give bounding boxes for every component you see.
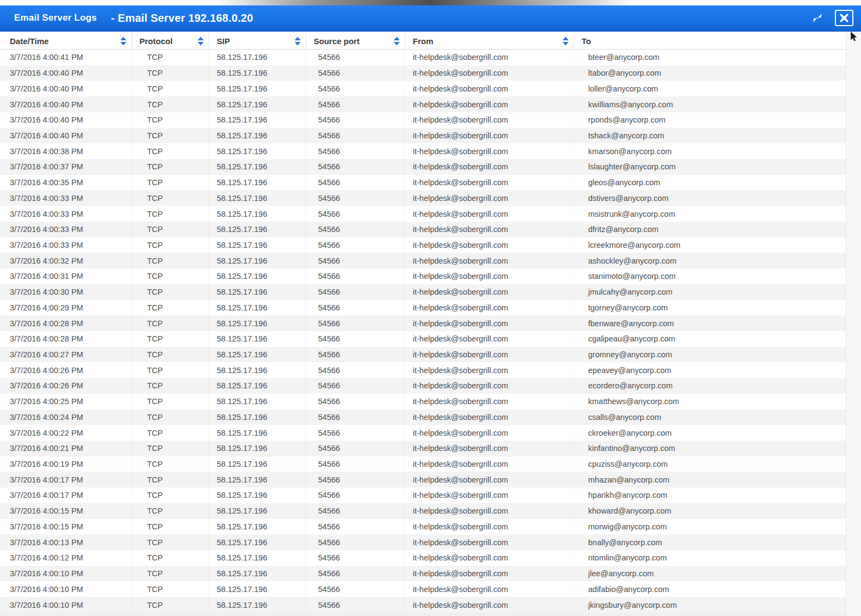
cell-protocol: TCP [132,441,209,456]
cell-to: hparikh@anycorp.com [574,487,841,503]
cell-to: kinfantino@anycorp.com [574,441,841,456]
sort-icon[interactable] [197,36,204,46]
cell-from: it-helpdesk@sobergrill.com [405,425,574,441]
table-row[interactable]: 3/7/2016 4:00:40 PMTCP58.125.17.19654566… [0,81,846,96]
cell-datetime: 3/7/2016 4:00:40 PM [0,112,132,128]
cell-from: it-helpdesk@sobergrill.com [405,410,574,425]
cell-protocol: TCP [132,519,209,535]
cell-from: it-helpdesk@sobergrill.com [405,315,574,331]
cell-to: bteer@anycorp.com [574,50,841,65]
cell-protocol: TCP [132,50,209,65]
table-row[interactable]: 3/7/2016 4:00:33 PMTCP58.125.17.19654566… [0,222,846,237]
cell-protocol: TCP [132,362,209,378]
cell-source_port: 54566 [306,128,405,144]
vertical-scrollbar[interactable] [846,33,861,616]
table-row[interactable]: 3/7/2016 4:00:12 PMTCP58.125.17.19654566… [0,550,846,566]
table-row[interactable]: 3/7/2016 4:00:24 PMTCP58.125.17.19654566… [0,410,846,425]
table-row[interactable]: 3/7/2016 4:00:15 PMTCP58.125.17.19654566… [0,503,846,519]
cell-to: ecordero@anycorp.com [574,378,841,394]
cell-from: it-helpdesk@sobergrill.com [405,347,574,363]
table-row[interactable]: 3/7/2016 4:00:19 PMTCP58.125.17.19654566… [0,456,846,472]
cell-source_port: 54566 [306,269,405,284]
cell-sip: 58.125.17.196 [209,222,306,237]
table-row[interactable]: 3/7/2016 4:00:22 PMTCP58.125.17.19654566… [0,425,846,441]
sort-icon[interactable] [393,36,400,46]
cell-protocol: TCP [132,96,209,112]
cell-from: it-helpdesk@sobergrill.com [405,487,574,503]
cell-protocol: TCP [132,597,209,613]
cell-protocol: TCP [132,503,209,519]
table-row[interactable]: 3/7/2016 4:00:10 PMTCP58.125.17.19654566… [0,566,846,582]
cell-datetime: 3/7/2016 4:00:38 PM [0,143,132,159]
table-row[interactable]: 3/7/2016 4:00:33 PMTCP58.125.17.19654566… [0,190,846,206]
column-header-source-port[interactable]: Source port [306,33,405,49]
cell-sip: 58.125.17.196 [209,81,306,96]
cell-datetime: 3/7/2016 4:00:40 PM [0,96,132,112]
cell-to: ltabor@anycorp.com [574,65,841,81]
table-row[interactable]: 3/7/2016 4:00:32 PMTCP58.125.17.19654566… [0,253,846,269]
sort-icon[interactable] [562,36,569,46]
column-header-protocol[interactable]: Protocol [132,33,209,49]
table-row[interactable]: 3/7/2016 4:00:17 PMTCP58.125.17.19654566… [0,487,846,503]
column-header-sip[interactable]: SIP [209,33,306,49]
cell-sip: 58.125.17.196 [209,503,306,519]
table-row[interactable]: 3/7/2016 4:00:40 PMTCP58.125.17.19654566… [0,65,846,81]
cell-source_port: 54566 [306,597,405,613]
sort-icon[interactable] [120,36,127,46]
table-row[interactable]: 3/7/2016 4:00:33 PMTCP58.125.17.19654566… [0,206,846,222]
table-row[interactable]: 3/7/2016 4:00:17 PMTCP58.125.17.19654566… [0,472,846,487]
table-row[interactable]: 3/7/2016 4:00:10 PMTCP58.125.17.19654566… [0,581,846,597]
sort-icon[interactable] [294,36,301,46]
table-row[interactable]: 3/7/2016 4:00:40 PMTCP58.125.17.19654566… [0,96,846,112]
column-header-datetime[interactable]: Date/Time [0,33,132,49]
table-row[interactable]: 3/7/2016 4:00:26 PMTCP58.125.17.19654566… [0,362,846,378]
cell-from: it-helpdesk@sobergrill.com [405,597,574,613]
table-row[interactable]: 3/7/2016 4:00:27 PMTCP58.125.17.19654566… [0,347,846,363]
cell-source_port: 54566 [306,550,405,566]
table-row[interactable]: 3/7/2016 4:00:40 PMTCP58.125.17.19654566… [0,112,846,128]
cell-datetime: 3/7/2016 4:00:40 PM [0,65,132,81]
table-row[interactable]: 3/7/2016 4:00:41 PMTCP58.125.17.19654566… [0,50,846,65]
table-row[interactable]: 3/7/2016 4:00:28 PMTCP58.125.17.19654566… [0,331,846,347]
cell-sip: 58.125.17.196 [209,50,306,65]
cell-protocol: TCP [132,315,209,331]
collapse-resize-icon[interactable] [812,13,823,23]
column-header-from[interactable]: From [405,33,574,49]
table-row[interactable]: 3/7/2016 4:00:38 PMTCP58.125.17.19654566… [0,143,846,159]
cell-protocol: TCP [132,456,209,472]
cell-to: mhazan@anycorp.com [574,472,841,487]
table-row[interactable]: 3/7/2016 4:00:28 PMTCP58.125.17.19654566… [0,315,846,331]
table-row[interactable]: 3/7/2016 4:00:26 PMTCP58.125.17.19654566… [0,378,846,394]
cell-protocol: TCP [132,269,209,284]
table-row[interactable]: 3/7/2016 4:00:15 PMTCP58.125.17.19654566… [0,519,846,535]
table-row[interactable]: 3/7/2016 4:00:13 PMTCP58.125.17.19654566… [0,534,846,550]
table-row[interactable]: 3/7/2016 4:00:25 PMTCP58.125.17.19654566… [0,394,846,410]
table-row[interactable]: 3/7/2016 4:00:10 PMTCP58.125.17.19654566… [0,597,846,613]
cell-from: it-helpdesk@sobergrill.com [405,206,574,222]
table-row[interactable]: 3/7/2016 4:00:40 PMTCP58.125.17.19654566… [0,128,846,144]
table-row[interactable]: 3/7/2016 4:00:35 PMTCP58.125.17.19654566… [0,175,846,191]
column-header-to[interactable]: To [574,33,841,49]
cell-protocol: TCP [132,81,209,96]
cell-to: dfritz@anycorp.com [574,222,841,237]
table-row[interactable]: 3/7/2016 4:00:21 PMTCP58.125.17.19654566… [0,441,846,456]
cell-protocol: TCP [132,394,209,410]
cell-source_port: 54566 [306,456,405,472]
cell-protocol: TCP [132,331,209,347]
cell-datetime: 3/7/2016 4:00:32 PM [0,253,132,269]
cell-from: it-helpdesk@sobergrill.com [405,222,574,237]
cell-sip: 58.125.17.196 [209,347,306,363]
cell-sip: 58.125.17.196 [209,96,306,112]
table-row[interactable]: 3/7/2016 4:00:29 PMTCP58.125.17.19654566… [0,300,846,316]
cell-from: it-helpdesk@sobergrill.com [405,128,574,144]
table-row[interactable]: 3/7/2016 4:00:31 PMTCP58.125.17.19654566… [0,269,846,284]
table-row[interactable]: 3/7/2016 4:00:30 PMTCP58.125.17.19654566… [0,284,846,300]
table-row[interactable]: 3/7/2016 4:00:33 PMTCP58.125.17.19654566… [0,237,846,253]
table-row[interactable]: 3/7/2016 4:00:37 PMTCP58.125.17.19654566… [0,159,846,175]
close-button[interactable] [835,10,853,26]
cell-source_port: 54566 [306,441,405,456]
cell-to: bnally@anycorp.com [574,534,841,550]
cell-protocol: TCP [132,253,209,269]
cell-sip: 58.125.17.196 [209,410,306,425]
cell-from: it-helpdesk@sobergrill.com [405,378,574,394]
